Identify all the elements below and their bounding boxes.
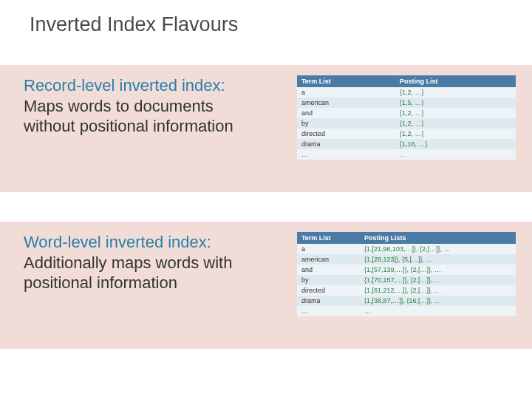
table-row: drama{1,16, …} bbox=[297, 139, 516, 149]
col-term-list: Term List bbox=[297, 232, 360, 244]
table-header-row: Term List Posting Lists bbox=[297, 232, 516, 244]
word-level-body-line2: positional information bbox=[24, 273, 290, 293]
posting-cell: {1,[28,123]}, {5,[…]}, … bbox=[360, 254, 516, 265]
table-row: a{1,2, …} bbox=[297, 87, 516, 98]
record-level-body-line1: Maps words to documents bbox=[24, 96, 290, 117]
table-row: a{1,[21,96,103,…]}, {2,[…]}, … bbox=[297, 244, 516, 254]
term-cell: a bbox=[297, 244, 360, 254]
term-cell: american bbox=[297, 98, 395, 108]
posting-cell: {1,[57,139,…]}, {2,[…]}, … bbox=[360, 265, 516, 275]
table-header-row: Term List Posting List bbox=[297, 75, 516, 87]
term-cell: … bbox=[297, 149, 395, 160]
term-cell: … bbox=[297, 306, 360, 316]
term-cell: drama bbox=[297, 296, 360, 306]
table-row: …… bbox=[297, 306, 516, 316]
posting-cell: {1,5, …} bbox=[395, 98, 516, 108]
table-row: directed{1,2, …} bbox=[297, 129, 516, 139]
posting-cell: {1,[38,87,…]}, {16,[…]}, … bbox=[360, 296, 516, 306]
word-level-body-line1: Additionally maps words with bbox=[24, 253, 290, 273]
posting-cell: {1,2, …} bbox=[395, 118, 516, 129]
col-posting-lists: Posting Lists bbox=[360, 232, 516, 244]
record-level-desc: Record-level inverted index: Maps words … bbox=[24, 75, 297, 137]
posting-cell: {1,[21,96,103,…]}, {2,[…]}, … bbox=[360, 244, 516, 254]
record-level-table: Term List Posting List a{1,2, …} america… bbox=[297, 75, 516, 160]
posting-cell: … bbox=[395, 149, 516, 160]
term-cell: by bbox=[297, 118, 395, 129]
table-row: and{1,[57,139,…]}, {2,[…]}, … bbox=[297, 265, 516, 275]
posting-cell: {1,16, …} bbox=[395, 139, 516, 149]
word-level-desc: Word-level inverted index: Additionally … bbox=[24, 232, 297, 293]
term-cell: drama bbox=[297, 139, 395, 149]
word-level-table-wrap: Term List Posting Lists a{1,[21,96,103,…… bbox=[297, 232, 516, 316]
posting-cell: … bbox=[360, 306, 516, 316]
table-row: and{1,2, …} bbox=[297, 108, 516, 118]
table-row: directed{1,[61,212,…]}, {2,[…]}, … bbox=[297, 285, 516, 296]
section-word-level: Word-level inverted index: Additionally … bbox=[0, 222, 532, 349]
record-level-heading: Record-level inverted index: bbox=[24, 75, 290, 96]
record-level-body-line2: without positional information bbox=[24, 116, 290, 137]
posting-cell: {1,[70,157,…]}, {2,[…]}, … bbox=[360, 275, 516, 285]
table-row: american{1,5, …} bbox=[297, 98, 516, 108]
record-level-table-wrap: Term List Posting List a{1,2, …} america… bbox=[297, 75, 516, 160]
term-cell: directed bbox=[297, 285, 360, 296]
section-record-level: Record-level inverted index: Maps words … bbox=[0, 65, 532, 192]
term-cell: and bbox=[297, 265, 360, 275]
posting-cell: {1,2, …} bbox=[395, 129, 516, 139]
table-row: …… bbox=[297, 149, 516, 160]
term-cell: and bbox=[297, 108, 395, 118]
col-posting-list: Posting List bbox=[395, 75, 516, 87]
table-row: by{1,[70,157,…]}, {2,[…]}, … bbox=[297, 275, 516, 285]
word-level-heading: Word-level inverted index: bbox=[24, 232, 290, 253]
table-row: american{1,[28,123]}, {5,[…]}, … bbox=[297, 254, 516, 265]
term-cell: a bbox=[297, 87, 395, 98]
table-row: drama{1,[38,87,…]}, {16,[…]}, … bbox=[297, 296, 516, 306]
slide-title: Inverted Index Flavours bbox=[30, 13, 238, 36]
table-row: by{1,2, …} bbox=[297, 118, 516, 129]
posting-cell: {1,2, …} bbox=[395, 87, 516, 98]
term-cell: directed bbox=[297, 129, 395, 139]
posting-cell: {1,2, …} bbox=[395, 108, 516, 118]
word-level-table: Term List Posting Lists a{1,[21,96,103,…… bbox=[297, 232, 516, 316]
term-cell: american bbox=[297, 254, 360, 265]
posting-cell: {1,[61,212,…]}, {2,[…]}, … bbox=[360, 285, 516, 296]
col-term-list: Term List bbox=[297, 75, 395, 87]
term-cell: by bbox=[297, 275, 360, 285]
